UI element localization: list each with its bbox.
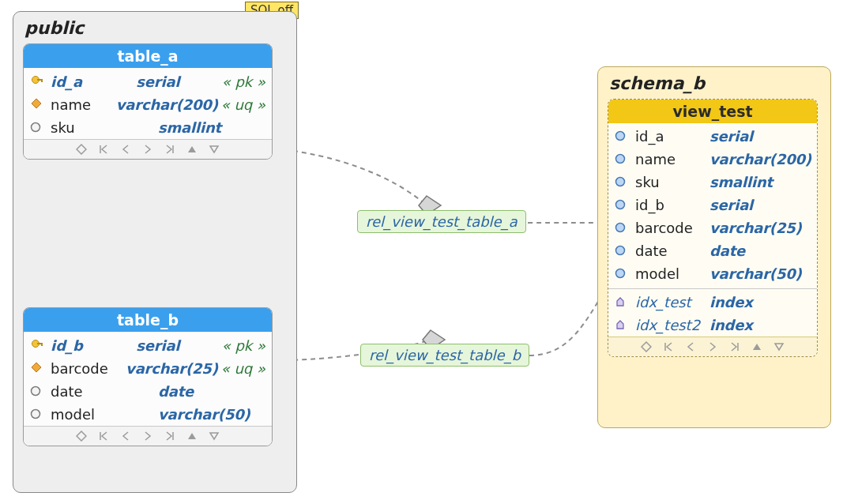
svg-rect-12 (41, 343, 43, 346)
table-row[interactable]: id_b serial (615, 194, 811, 216)
index-row[interactable]: idx_test index (615, 291, 811, 314)
index-name: idx_test2 (635, 317, 706, 333)
table-row[interactable]: id_a serial (615, 125, 811, 148)
svg-marker-5 (32, 99, 41, 108)
entity-nav-footer (24, 426, 272, 446)
entity-view-test[interactable]: view_test id_a serial name varchar(200) … (608, 99, 818, 357)
svg-marker-9 (210, 146, 218, 152)
index-row[interactable]: idx_test2 index (615, 314, 811, 337)
column-type: smallint (709, 174, 811, 190)
column-constraint: « uq » (221, 96, 265, 113)
svg-point-19 (616, 132, 625, 141)
column-name: date (635, 243, 706, 259)
svg-marker-18 (210, 433, 218, 439)
column-name: id_b (51, 337, 133, 354)
column-name: barcode (635, 220, 706, 236)
nav-first-icon[interactable] (98, 431, 109, 442)
column-name: barcode (51, 360, 122, 377)
column-constraint: « pk » (222, 73, 265, 90)
column-type: varchar(25) (709, 220, 811, 236)
col-icon (30, 119, 47, 136)
column-type: serial (709, 197, 811, 213)
index-type: index (709, 294, 811, 310)
nav-last-icon[interactable] (164, 431, 175, 442)
index-icon (615, 317, 632, 333)
entity-table-b[interactable]: table_b id_b serial « pk » barcode varch… (23, 307, 273, 446)
nav-down-icon[interactable] (773, 341, 785, 352)
table-row[interactable]: model varchar(50) (30, 403, 265, 426)
column-name: id_a (51, 73, 133, 90)
relationship-label-b[interactable]: rel_view_test_table_b (360, 344, 529, 367)
index-icon (615, 294, 632, 310)
table-row[interactable]: name varchar(200) (615, 148, 811, 171)
column-name: date (51, 383, 155, 400)
table-row[interactable]: date date (615, 239, 811, 262)
table-row[interactable]: name varchar(200) « uq » (30, 93, 265, 116)
uq-icon (30, 96, 47, 113)
column-name: model (635, 265, 706, 282)
column-constraint: « pk » (222, 337, 265, 354)
nav-prev-icon[interactable] (120, 144, 131, 155)
pk-icon (30, 73, 47, 90)
nav-first-icon[interactable] (98, 144, 109, 155)
schema-public: public table_a id_a serial « pk » name v… (13, 11, 297, 493)
nav-next-icon[interactable] (707, 341, 718, 352)
nav-up-icon[interactable] (186, 431, 198, 442)
table-row[interactable]: barcode varchar(25) « uq » (30, 357, 265, 380)
column-name: model (51, 406, 155, 423)
column-type: varchar(50) (709, 265, 811, 282)
entity-table-a[interactable]: table_a id_a serial « pk » name varchar(… (23, 43, 273, 160)
nav-diamond-icon[interactable] (76, 144, 87, 155)
table-row[interactable]: sku smallint (30, 116, 265, 139)
entity-table-b-header[interactable]: table_b (24, 308, 272, 332)
nav-next-icon[interactable] (142, 431, 153, 442)
column-type: serial (709, 128, 811, 145)
nav-down-icon[interactable] (209, 431, 220, 442)
nav-prev-icon[interactable] (685, 341, 696, 352)
svg-marker-17 (188, 433, 196, 439)
table-row[interactable]: model varchar(50) (615, 262, 811, 285)
nav-diamond-icon[interactable] (641, 341, 652, 352)
column-type: varchar(25) (126, 360, 218, 377)
svg-marker-16 (77, 431, 86, 441)
svg-point-21 (616, 178, 625, 186)
table-row[interactable]: date date (30, 380, 265, 403)
svg-rect-4 (41, 79, 43, 82)
table-row[interactable]: barcode varchar(25) (615, 216, 811, 239)
nav-prev-icon[interactable] (120, 431, 131, 442)
relationship-label-a[interactable]: rel_view_test_table_a (357, 210, 526, 233)
vcol-icon (615, 151, 632, 167)
svg-point-23 (616, 224, 625, 232)
table-row[interactable]: id_a serial « pk » (30, 70, 265, 93)
svg-point-6 (32, 123, 40, 132)
svg-marker-8 (188, 146, 196, 152)
column-type: serial (136, 73, 218, 90)
svg-point-14 (32, 387, 40, 396)
nav-down-icon[interactable] (209, 144, 220, 155)
nav-last-icon[interactable] (164, 144, 175, 155)
table-row[interactable]: sku smallint (615, 171, 811, 194)
nav-first-icon[interactable] (663, 341, 674, 352)
index-type: index (709, 317, 811, 333)
nav-next-icon[interactable] (142, 144, 153, 155)
column-type: varchar(200) (116, 96, 218, 113)
column-type: varchar(200) (709, 151, 811, 167)
entity-view-test-header[interactable]: view_test (608, 100, 817, 123)
index-name: idx_test (635, 294, 706, 310)
svg-point-25 (616, 269, 625, 278)
column-name: name (51, 96, 113, 113)
svg-marker-28 (642, 342, 651, 352)
nav-diamond-icon[interactable] (76, 431, 87, 442)
svg-marker-29 (753, 344, 761, 350)
nav-last-icon[interactable] (729, 341, 740, 352)
column-name: sku (51, 119, 155, 136)
column-type: smallint (158, 119, 262, 136)
nav-up-icon[interactable] (751, 341, 762, 352)
nav-up-icon[interactable] (186, 144, 198, 155)
svg-marker-27 (617, 321, 623, 329)
svg-point-20 (616, 155, 625, 164)
table-row[interactable]: id_b serial « pk » (30, 333, 265, 357)
entity-table-a-header[interactable]: table_a (24, 44, 272, 68)
column-name: name (635, 151, 706, 167)
column-type: date (709, 243, 811, 259)
